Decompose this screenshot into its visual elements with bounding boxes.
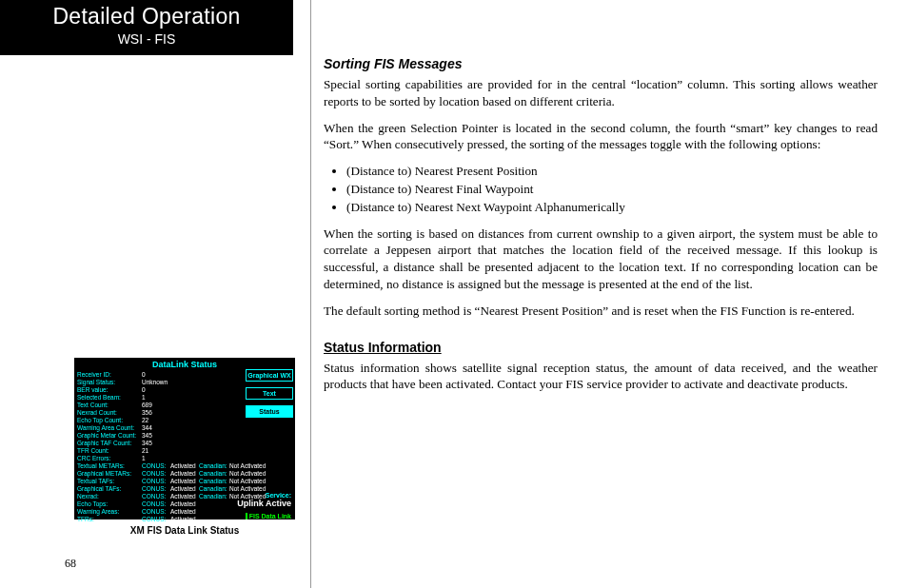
figure-wrap: DataLink Status Receiver ID:0Signal Stat… — [74, 358, 295, 536]
page-number: 68 — [65, 557, 76, 571]
main-content: Sorting FIS Messages Special sorting cap… — [324, 55, 878, 402]
figure-product-row: Graphical TAFs:CONUS:ActivatedCanadian:N… — [77, 485, 242, 493]
column-divider — [310, 0, 311, 588]
figure-status-row: CRC Errors:1 — [77, 455, 242, 462]
figure-product-row: Nexrad:CONUS:ActivatedCanadian:Not Activ… — [77, 493, 242, 500]
service-value: Uplink Active — [237, 499, 291, 508]
figure-product-row: Graphical METARs:CONUS:ActivatedCanadian… — [77, 470, 242, 478]
list-item: (Distance to) Nearest Present Position — [346, 163, 878, 180]
figure-status-row: Signal Status:Unknown — [77, 379, 242, 386]
header-subtitle: WSI - FIS — [0, 31, 293, 47]
figure-product-row: Textual METARs:CONUS:ActivatedCanadian:N… — [77, 462, 242, 470]
list-item: (Distance to) Nearest Next Waypoint Alph… — [346, 199, 878, 216]
figure-status-row: Graphic Metar Count:345 — [77, 432, 242, 440]
figure-status-row: Warning Area Count:344 — [77, 424, 242, 432]
service-label: Service: — [237, 492, 291, 499]
figure-product-row: Textual TAFs:CONUS:ActivatedCanadian:Not… — [77, 478, 242, 485]
figure-caption: XM FIS Data Link Status — [74, 525, 295, 536]
header-panel: Detailed Operation WSI - FIS — [0, 0, 293, 55]
figure-status-row: TFR Count:21 — [77, 447, 242, 455]
sort-options-list: (Distance to) Nearest Present Position (… — [324, 163, 878, 215]
figure-tab-graphical-wx: Graphical WX — [246, 369, 293, 382]
figure-product-row: Echo Tops:CONUS:Activated — [77, 500, 242, 508]
section-title-sorting: Sorting FIS Messages — [324, 55, 878, 73]
figure-title: DataLink Status — [74, 358, 295, 369]
figure-status-row: Receiver ID:0 — [77, 371, 242, 379]
figure-tab-status: Status — [246, 405, 293, 418]
figure-status-row: Graphic TAF Count:345 — [77, 440, 242, 447]
figure-status-row: Selected Beam:1 — [77, 394, 242, 402]
figure-service-status: Service: Uplink Active — [237, 492, 291, 508]
paragraph: Special sorting capabilities are provide… — [324, 76, 878, 110]
figure-product-row: Warning Areas:CONUS:Activated — [77, 508, 242, 516]
datalink-status-screenshot: DataLink Status Receiver ID:0Signal Stat… — [74, 358, 295, 519]
figure-product-row: TFRs:CONUS:Activated — [77, 516, 242, 523]
header-title: Detailed Operation — [0, 4, 293, 29]
paragraph: Status information shows satellite signa… — [324, 360, 878, 394]
figure-status-row: Text Count:689 — [77, 402, 242, 409]
paragraph: When the green Selection Pointer is loca… — [324, 120, 878, 154]
figure-footer-tab: FIS Data Link — [246, 513, 293, 519]
list-item: (Distance to) Nearest Final Waypoint — [346, 181, 878, 198]
paragraph: The default sorting method is “Nearest P… — [324, 303, 878, 320]
figure-status-row: BER value:0 — [77, 386, 242, 394]
figure-tab-text: Text — [246, 387, 293, 400]
figure-status-row: Echo Top Count:22 — [77, 417, 242, 424]
figure-status-row: Nexrad Count:356 — [77, 409, 242, 417]
section-title-status: Status Information — [324, 339, 878, 357]
paragraph: When the sorting is based on distances f… — [324, 225, 878, 293]
